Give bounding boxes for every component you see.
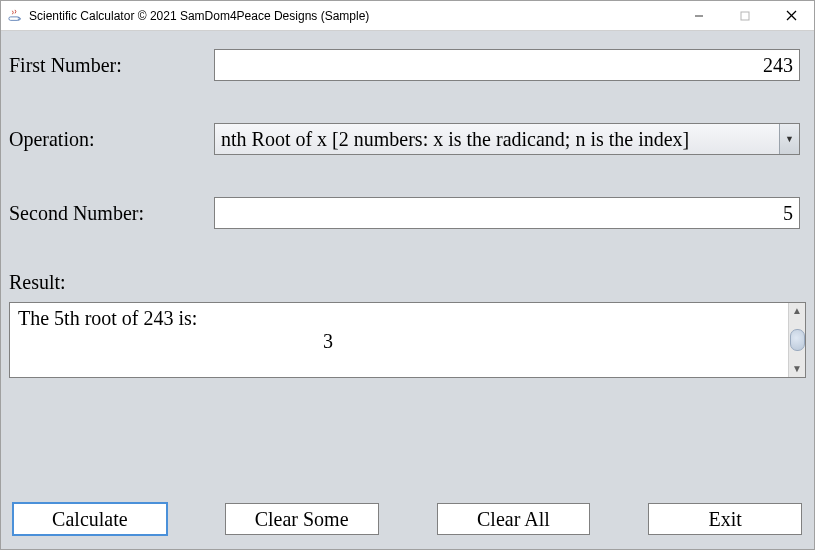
- app-window: Scientific Calculator © 2021 SamDom4Peac…: [0, 0, 815, 550]
- result-text[interactable]: The 5th root of 243 is: 3: [10, 303, 788, 377]
- client-area: First Number: Operation: nth Root of x […: [1, 31, 814, 549]
- maximize-button[interactable]: [722, 1, 768, 30]
- operation-label: Operation:: [9, 128, 214, 151]
- second-number-input[interactable]: [214, 197, 800, 229]
- result-label: Result:: [9, 271, 806, 294]
- svg-rect-1: [741, 12, 749, 20]
- result-area: The 5th root of 243 is: 3 ▲ ▼: [9, 302, 806, 378]
- button-row: Calculate Clear Some Clear All Exit: [9, 503, 806, 535]
- exit-button[interactable]: Exit: [648, 503, 802, 535]
- calculate-button[interactable]: Calculate: [13, 503, 167, 535]
- close-button[interactable]: [768, 1, 814, 30]
- java-coffee-icon: [7, 8, 23, 24]
- operation-dropdown[interactable]: nth Root of x [2 numbers: x is the radic…: [214, 123, 800, 155]
- operation-row: Operation: nth Root of x [2 numbers: x i…: [9, 123, 806, 155]
- first-number-row: First Number:: [9, 49, 806, 81]
- first-number-label: First Number:: [9, 54, 214, 77]
- clear-some-button[interactable]: Clear Some: [225, 503, 379, 535]
- result-scrollbar[interactable]: ▲ ▼: [788, 303, 805, 377]
- scroll-thumb[interactable]: [790, 329, 805, 351]
- dropdown-arrow-icon[interactable]: ▼: [779, 124, 799, 154]
- scroll-up-icon[interactable]: ▲: [792, 303, 802, 319]
- result-line-2: 3: [18, 330, 638, 353]
- minimize-button[interactable]: [676, 1, 722, 30]
- scroll-down-icon[interactable]: ▼: [792, 361, 802, 377]
- second-number-row: Second Number:: [9, 197, 806, 229]
- result-line-1: The 5th root of 243 is:: [18, 307, 780, 330]
- window-title: Scientific Calculator © 2021 SamDom4Peac…: [29, 9, 676, 23]
- clear-all-button[interactable]: Clear All: [437, 503, 591, 535]
- titlebar: Scientific Calculator © 2021 SamDom4Peac…: [1, 1, 814, 31]
- second-number-label: Second Number:: [9, 202, 214, 225]
- operation-selected-text: nth Root of x [2 numbers: x is the radic…: [215, 124, 779, 154]
- window-controls: [676, 1, 814, 30]
- first-number-input[interactable]: [214, 49, 800, 81]
